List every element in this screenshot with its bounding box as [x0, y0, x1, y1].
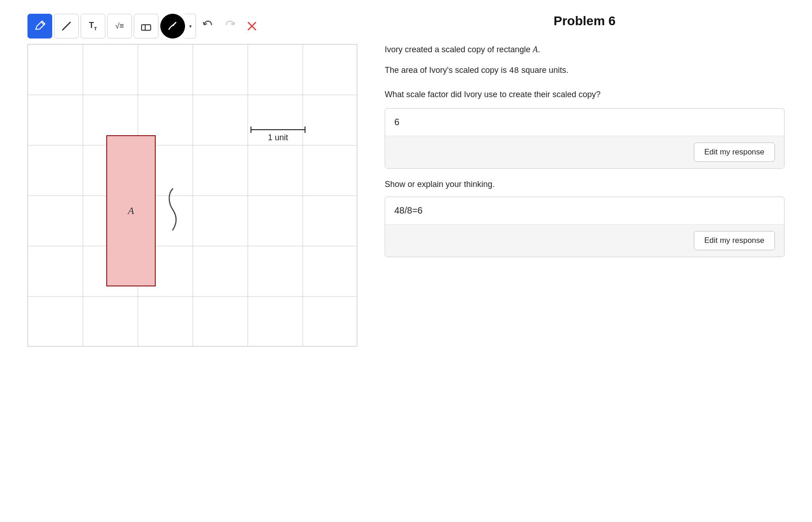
grid-lines-svg	[28, 44, 357, 346]
response-value-1: 6	[385, 109, 784, 136]
area-text-pre: The area of Ivory's scaled copy is	[385, 66, 509, 75]
edit-response-button-1[interactable]: Edit my response	[694, 143, 775, 162]
unit-line-bar	[251, 129, 305, 130]
response-box-1: 6 Edit my response	[385, 108, 785, 169]
eraser-tool-button[interactable]	[134, 14, 158, 38]
pencil-tool-button[interactable]	[27, 14, 52, 38]
section-2-label: Show or explain your thinking.	[385, 180, 785, 189]
grid-canvas[interactable]: A 1 unit	[27, 44, 357, 346]
response-actions-1: Edit my response	[385, 136, 784, 168]
math-tool-label: √≡	[115, 22, 124, 31]
chevron-down-icon: ▾	[189, 23, 192, 29]
problem-description-1: Ivory created a scaled copy of rectangle…	[385, 43, 785, 56]
text-tool-button[interactable]: Tт	[81, 14, 105, 38]
rectangle-a: A	[106, 135, 156, 286]
area-value: 48	[509, 66, 519, 75]
undo-button[interactable]	[198, 15, 218, 38]
response-actions-2: Edit my response	[385, 225, 784, 257]
area-text-post: square units.	[519, 66, 568, 75]
scribble-drawing	[163, 187, 182, 234]
unit-line	[251, 129, 305, 130]
text-tool-label: Tт	[89, 21, 97, 32]
svg-point-3	[172, 24, 174, 26]
problem-description-2: The area of Ivory's scaled copy is 48 sq…	[385, 64, 785, 77]
right-panel: Problem 6 Ivory created a scaled copy of…	[385, 14, 785, 346]
edit-response-button-2[interactable]: Edit my response	[694, 231, 775, 250]
description-text-1: Ivory created a scaled copy of rectangle	[385, 45, 533, 54]
unit-label: 1 unit	[268, 133, 288, 143]
pen-tool-group: ▾	[160, 14, 196, 38]
question-label: What scale factor did Ivory use to creat…	[385, 88, 785, 101]
main-container: Tт √≡	[0, 0, 812, 360]
line-tool-button[interactable]	[54, 14, 79, 38]
svg-rect-1	[142, 25, 151, 30]
pen-chevron-button[interactable]: ▾	[185, 14, 196, 38]
description-text-2: .	[538, 45, 540, 54]
pen-tool-button[interactable]	[160, 14, 185, 38]
canvas-area: Tт √≡	[27, 14, 357, 346]
rectangle-var: A	[533, 45, 538, 54]
toolbar: Tт √≡	[27, 14, 262, 38]
unit-marker: 1 unit	[251, 129, 305, 143]
problem-title: Problem 6	[385, 14, 785, 28]
rectangle-a-label: A	[128, 205, 134, 217]
svg-line-0	[62, 22, 71, 30]
redo-button[interactable]	[220, 15, 240, 38]
response-value-2: 48/8=6	[385, 197, 784, 225]
delete-button[interactable]	[242, 16, 262, 36]
math-tool-button[interactable]: √≡	[107, 14, 132, 38]
response-box-2: 48/8=6 Edit my response	[385, 197, 785, 257]
